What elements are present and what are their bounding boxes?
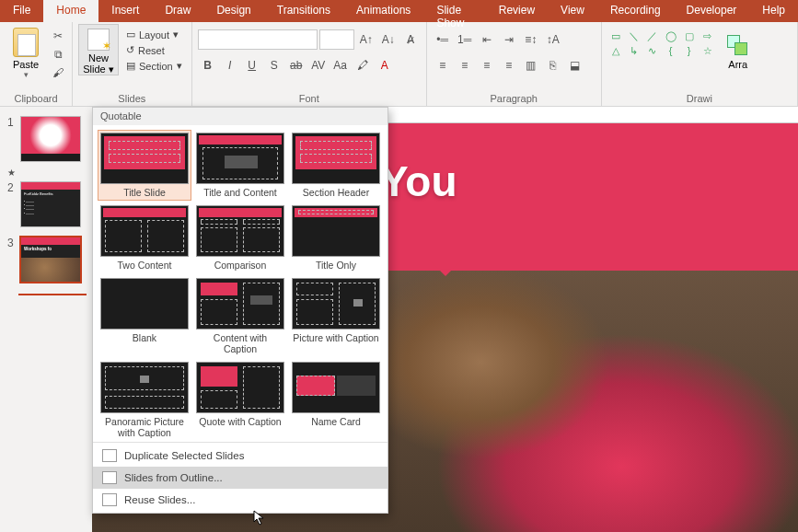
shape-connector-icon[interactable]: ↳: [626, 44, 642, 57]
bold-button[interactable]: B: [198, 55, 218, 75]
copy-button[interactable]: ⧉: [50, 46, 66, 63]
shape-rect-icon[interactable]: ▭: [607, 29, 624, 42]
underline-button[interactable]: U: [242, 55, 262, 75]
shape-star-icon[interactable]: ☆: [700, 44, 716, 57]
layout-section-header[interactable]: Section Header: [290, 131, 382, 200]
shape-curve-icon[interactable]: ∿: [644, 44, 661, 57]
increase-indent-button[interactable]: ⇥: [499, 29, 519, 50]
menu-help[interactable]: Help: [749, 0, 798, 22]
duplicate-slides-item[interactable]: Duplicate Selected Slides: [93, 445, 387, 467]
gallery-theme-name: Quotable: [93, 108, 387, 125]
thumbnail-3[interactable]: 3 Workshops fo: [0, 233, 92, 288]
arrange-button[interactable]: Arra: [727, 29, 749, 70]
clipboard-group-label: Clipboard: [6, 93, 66, 106]
duplicate-icon: [102, 449, 117, 462]
new-slide-label-1: New: [88, 52, 109, 64]
shape-brace-icon[interactable]: {: [663, 44, 679, 57]
numbering-button[interactable]: 1═: [455, 29, 475, 50]
font-color-button[interactable]: A: [375, 55, 395, 75]
align-left-button[interactable]: ≡: [433, 55, 453, 75]
menu-draw[interactable]: Draw: [152, 0, 203, 22]
menu-file[interactable]: File: [0, 0, 43, 22]
paste-button[interactable]: Paste ▾: [6, 24, 46, 79]
change-case-button[interactable]: Aa: [330, 55, 351, 75]
new-slide-button[interactable]: New Slide ▾: [78, 24, 119, 75]
layout-content-with-caption[interactable]: Content with Caption: [194, 276, 286, 356]
group-font: A↑ A↓ A̷ B I U S ab AV Aa 🖍 A Font: [192, 22, 427, 106]
thumbnail-2[interactable]: 2 FurKiddz Benefits • ———• ———• ———• ———: [0, 178, 92, 233]
menu-developer[interactable]: Developer: [674, 0, 750, 22]
decrease-font-button[interactable]: A↓: [378, 29, 399, 50]
new-slide-gallery: Quotable Title Slide Title and Content: [92, 107, 388, 514]
menu-view[interactable]: View: [548, 0, 597, 22]
layout-two-content[interactable]: Two Content: [98, 203, 191, 272]
reuse-icon: [102, 493, 117, 506]
menu-home[interactable]: Home: [43, 0, 98, 22]
insertion-indicator: [18, 294, 87, 295]
paste-label: Paste: [13, 59, 39, 70]
section-icon: ▤: [126, 60, 135, 72]
drawing-group-label: Drawi: [607, 93, 792, 106]
highlight-button[interactable]: 🖍: [353, 55, 373, 75]
thumbnail-1[interactable]: 1: [0, 112, 92, 168]
title-notch-icon: [429, 260, 462, 276]
menu-review[interactable]: Review: [486, 0, 548, 22]
increase-font-button[interactable]: A↑: [356, 29, 376, 50]
thumbnail-panel[interactable]: 1 ★ 2 FurKiddz Benefits • ———• ———• ———•…: [0, 107, 92, 532]
align-center-button[interactable]: ≡: [455, 55, 475, 75]
layout-quote-with-caption[interactable]: Quote with Caption: [194, 360, 286, 440]
outline-icon: [102, 471, 117, 484]
section-button[interactable]: ▤Section ▾: [122, 59, 186, 73]
reset-button[interactable]: ↺Reset: [122, 43, 186, 57]
layout-blank[interactable]: Blank: [98, 276, 191, 356]
font-size-select[interactable]: [319, 29, 354, 50]
align-right-button[interactable]: ≡: [477, 55, 497, 75]
columns-button[interactable]: ▥: [521, 55, 541, 75]
shape-line-icon[interactable]: ＼: [626, 29, 642, 42]
layout-panoramic-picture[interactable]: Panoramic Picture with Caption: [98, 360, 191, 440]
workspace: 1 ★ 2 FurKiddz Benefits • ———• ———• ———•…: [0, 107, 798, 532]
clear-formatting-button[interactable]: A̷: [400, 29, 421, 50]
shape-square-icon[interactable]: ▢: [681, 29, 698, 42]
menu-bar: File Home Insert Draw Design Transitions…: [0, 0, 798, 22]
format-painter-button[interactable]: 🖌: [50, 64, 66, 81]
menu-recording[interactable]: Recording: [597, 0, 674, 22]
menu-slideshow[interactable]: Slide Show: [423, 0, 485, 22]
layout-icon: ▭: [126, 29, 135, 40]
align-text-button[interactable]: ⎘: [543, 55, 563, 75]
ribbon: Paste ▾ ✂ ⧉ 🖌 Clipboard New Slide ▾ ▭Lay…: [0, 22, 798, 107]
layout-name-card[interactable]: Name Card: [290, 360, 382, 440]
line-spacing-button[interactable]: ≡↕: [521, 29, 541, 50]
menu-insert[interactable]: Insert: [98, 0, 152, 22]
layout-title-and-content[interactable]: Title and Content: [194, 131, 286, 200]
bullets-button[interactable]: •═: [433, 29, 453, 50]
decrease-indent-button[interactable]: ⇤: [477, 29, 497, 50]
paragraph-group-label: Paragraph: [433, 93, 596, 106]
layout-title-only[interactable]: Title Only: [290, 203, 382, 272]
shape-tri-icon[interactable]: △: [607, 44, 624, 57]
justify-button[interactable]: ≡: [499, 55, 519, 75]
layout-title-slide[interactable]: Title Slide: [98, 131, 191, 200]
italic-button[interactable]: I: [220, 55, 240, 75]
menu-animations[interactable]: Animations: [343, 0, 423, 22]
menu-transitions[interactable]: Transitions: [264, 0, 343, 22]
layout-picture-with-caption[interactable]: Picture with Caption: [290, 276, 382, 356]
layout-comparison[interactable]: Comparison: [194, 203, 286, 272]
shapes-gallery[interactable]: ▭ ＼ ／ ◯ ▢ ⇨ △ ↳ ∿ { } ☆: [607, 29, 716, 57]
layout-button[interactable]: ▭Layout ▾: [122, 28, 186, 41]
font-family-select[interactable]: [198, 29, 318, 50]
group-paragraph: •═ 1═ ⇤ ⇥ ≡↕ ↕A ≡ ≡ ≡ ≡ ▥ ⎘ ⬓ Paragraph: [427, 22, 602, 106]
menu-design[interactable]: Design: [203, 0, 263, 22]
shadow-button[interactable]: S: [264, 55, 284, 75]
shape-brace2-icon[interactable]: }: [681, 44, 698, 57]
reuse-slides-item[interactable]: Reuse Slides...: [93, 489, 387, 511]
shape-line2-icon[interactable]: ／: [644, 29, 661, 42]
shape-oval-icon[interactable]: ◯: [663, 29, 679, 42]
text-direction-button[interactable]: ↕A: [543, 29, 563, 50]
shape-arrow-icon[interactable]: ⇨: [700, 29, 716, 42]
smartart-button[interactable]: ⬓: [565, 55, 585, 75]
strikethrough-button[interactable]: ab: [286, 55, 306, 75]
char-spacing-button[interactable]: AV: [308, 55, 329, 75]
slides-from-outline-item[interactable]: Slides from Outline...: [93, 467, 387, 489]
cut-button[interactable]: ✂: [50, 28, 66, 44]
